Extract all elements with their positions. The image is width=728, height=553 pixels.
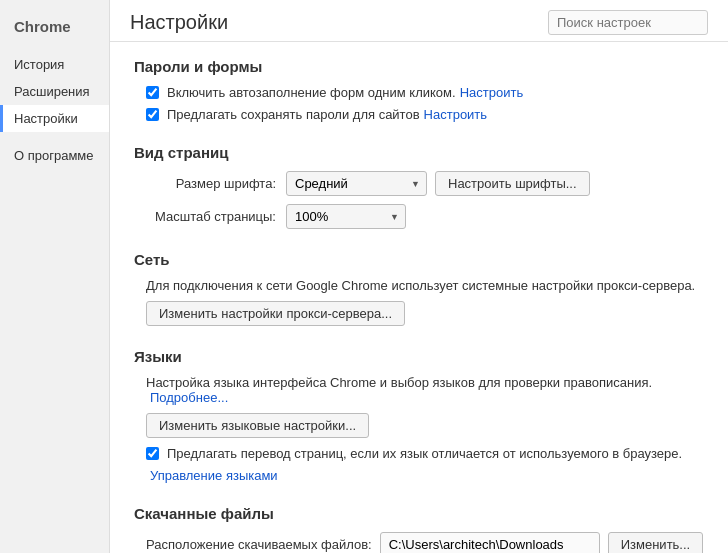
section-passwords-title: Пароли и формы: [134, 58, 704, 75]
section-network-title: Сеть: [134, 251, 704, 268]
proxy-settings-button[interactable]: Изменить настройки прокси-сервера...: [146, 301, 405, 326]
network-body: Для подключения к сети Google Chrome исп…: [134, 278, 704, 326]
download-location-label: Расположение скачиваемых файлов:: [146, 537, 372, 552]
settings-content: Пароли и формы Включить автозаполнение ф…: [110, 42, 728, 553]
search-input[interactable]: [548, 10, 708, 35]
zoom-select-wrapper: 75% 90% 100% 110% 125% 150% 175% 200%: [286, 204, 406, 229]
autofill-link[interactable]: Настроить: [460, 85, 524, 100]
zoom-row: Масштаб страницы: 75% 90% 100% 110% 125%…: [146, 204, 704, 229]
sidebar-item-settings[interactable]: Настройки: [0, 105, 109, 132]
section-downloads-title: Скачанные файлы: [134, 505, 704, 522]
section-passwords: Пароли и формы Включить автозаполнение ф…: [134, 58, 704, 122]
languages-more-link[interactable]: Подробнее...: [150, 390, 228, 405]
download-path-input[interactable]: [380, 532, 600, 553]
section-network: Сеть Для подключения к сети Google Chrom…: [134, 251, 704, 326]
save-passwords-checkbox[interactable]: [146, 108, 159, 121]
section-view: Вид страниц Размер шрифта: Очень маленьк…: [134, 144, 704, 229]
section-languages-title: Языки: [134, 348, 704, 365]
language-settings-button[interactable]: Изменить языковые настройки...: [146, 413, 369, 438]
section-languages: Языки Настройка языка интерфейса Chrome …: [134, 348, 704, 483]
translate-checkbox[interactable]: [146, 447, 159, 460]
section-downloads: Скачанные файлы Расположение скачиваемых…: [134, 505, 704, 553]
section-view-title: Вид страниц: [134, 144, 704, 161]
sidebar-item-extensions[interactable]: Расширения: [0, 78, 109, 105]
font-size-label: Размер шрифта:: [146, 176, 276, 191]
zoom-select[interactable]: 75% 90% 100% 110% 125% 150% 175% 200%: [286, 204, 406, 229]
manage-languages-link[interactable]: Управление языками: [150, 468, 278, 483]
languages-description: Настройка языка интерфейса Chrome и выбо…: [146, 375, 704, 405]
font-size-select-wrapper: Очень маленький Маленький Средний Большо…: [286, 171, 427, 196]
configure-fonts-button[interactable]: Настроить шрифты...: [435, 171, 590, 196]
sidebar-brand: Chrome: [0, 10, 109, 51]
font-size-select[interactable]: Очень маленький Маленький Средний Большо…: [286, 171, 427, 196]
network-description: Для подключения к сети Google Chrome исп…: [146, 278, 704, 293]
main-content: Настройки Пароли и формы Включить автоза…: [110, 0, 728, 553]
translate-label: Предлагать перевод страниц, если их язык…: [167, 446, 682, 461]
download-location-row: Расположение скачиваемых файлов: Изменит…: [146, 532, 704, 553]
autofill-checkbox[interactable]: [146, 86, 159, 99]
downloads-body: Расположение скачиваемых файлов: Изменит…: [134, 532, 704, 553]
page-title: Настройки: [130, 11, 228, 34]
autofill-label: Включить автозаполнение форм одним клико…: [167, 85, 456, 100]
font-size-row: Размер шрифта: Очень маленький Маленький…: [146, 171, 704, 196]
passwords-body: Включить автозаполнение форм одним клико…: [134, 85, 704, 122]
header: Настройки: [110, 0, 728, 42]
sidebar-item-history[interactable]: История: [0, 51, 109, 78]
change-location-button[interactable]: Изменить...: [608, 532, 703, 553]
view-body: Размер шрифта: Очень маленький Маленький…: [134, 171, 704, 229]
save-passwords-label: Предлагать сохранять пароли для сайтов: [167, 107, 420, 122]
sidebar: Chrome История Расширения Настройки О пр…: [0, 0, 110, 553]
translate-row: Предлагать перевод страниц, если их язык…: [146, 446, 704, 461]
languages-body: Настройка языка интерфейса Chrome и выбо…: [134, 375, 704, 483]
save-passwords-row: Предлагать сохранять пароли для сайтов Н…: [146, 107, 704, 122]
zoom-label: Масштаб страницы:: [146, 209, 276, 224]
autofill-row: Включить автозаполнение форм одним клико…: [146, 85, 704, 100]
save-passwords-link[interactable]: Настроить: [424, 107, 488, 122]
sidebar-item-about[interactable]: О программе: [0, 142, 109, 169]
